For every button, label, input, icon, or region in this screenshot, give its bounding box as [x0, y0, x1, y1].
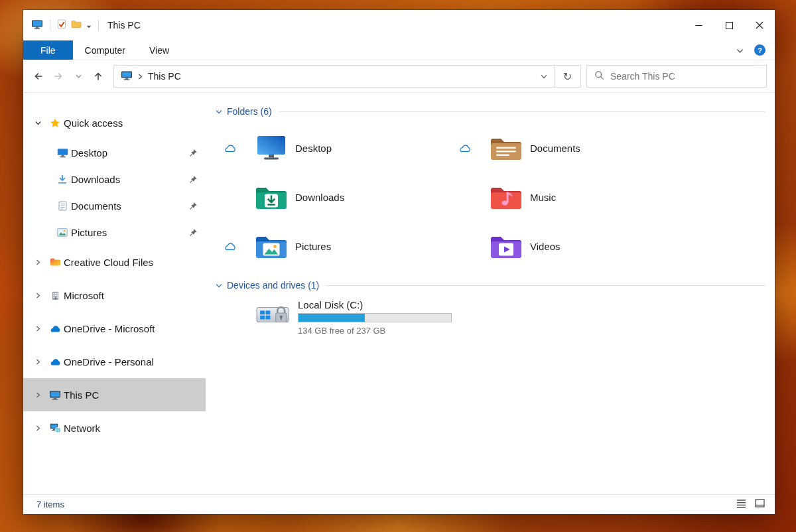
- download-icon: [56, 174, 68, 184]
- disk-usage-bar: [298, 313, 452, 322]
- minimize-button[interactable]: [683, 10, 714, 40]
- chevron-right-icon[interactable]: [35, 259, 41, 265]
- new-folder-icon[interactable]: [71, 19, 82, 31]
- videos-folder-icon: [489, 232, 523, 261]
- onedrive-status-cloud-icon: [458, 144, 471, 153]
- sidebar-item-microsoft[interactable]: Microsoft: [23, 279, 206, 312]
- recent-locations-chevron-icon[interactable]: [68, 66, 88, 86]
- sidebar-item-pictures[interactable]: Pictures: [23, 219, 206, 245]
- status-bar: 7 items: [23, 494, 775, 514]
- details-view-icon[interactable]: [736, 499, 747, 510]
- desktop-icon: [56, 148, 68, 158]
- tab-computer[interactable]: Computer: [73, 40, 137, 60]
- sidebar-item-documents[interactable]: Documents: [23, 192, 206, 219]
- folder-name: Pictures: [295, 241, 331, 252]
- group-header-devices[interactable]: Devices and drives (1): [216, 277, 765, 293]
- search-box[interactable]: [586, 65, 767, 88]
- picture-icon: [56, 228, 68, 237]
- maximize-button[interactable]: [714, 10, 744, 40]
- toolbar-separator: [98, 20, 99, 31]
- this-pc-icon: [121, 70, 133, 82]
- chevron-right-icon[interactable]: [35, 425, 41, 431]
- pictures-folder-icon: [254, 232, 289, 261]
- folder-name: Documents: [530, 143, 580, 154]
- chevron-down-icon[interactable]: [35, 120, 41, 126]
- folder-name: Videos: [530, 241, 561, 252]
- tab-view[interactable]: View: [137, 40, 181, 60]
- sidebar-item-label: Microsoft: [64, 290, 104, 301]
- back-button[interactable]: [29, 66, 48, 86]
- onedrive-status-cloud-icon: [224, 242, 236, 251]
- window-title: This PC: [107, 20, 141, 31]
- title-bar: This PC: [23, 10, 775, 40]
- sidebar-item-label: Documents: [71, 200, 121, 212]
- file-explorer-window: This PC File Computer View ?: [23, 10, 775, 514]
- search-input[interactable]: [610, 71, 759, 82]
- local-disk-icon: [254, 299, 291, 329]
- properties-icon[interactable]: [57, 19, 66, 32]
- sidebar-item-quick-access[interactable]: Quick access: [23, 106, 206, 139]
- breadcrumb-location[interactable]: This PC: [148, 71, 181, 82]
- chevron-right-icon[interactable]: [35, 326, 41, 332]
- chevron-right-icon[interactable]: [35, 293, 41, 299]
- forward-button[interactable]: [48, 66, 68, 86]
- onedrive-status-cloud-icon: [224, 144, 236, 153]
- computer-icon: [49, 390, 61, 400]
- pin-icon: [189, 202, 198, 210]
- sidebar-item-network[interactable]: Network: [23, 411, 206, 444]
- documents-folder-icon: [489, 133, 523, 163]
- building-icon: [49, 291, 61, 300]
- drive-name: Local Disk (C:): [298, 299, 452, 310]
- pin-icon: [189, 149, 198, 157]
- folder-name: Desktop: [295, 143, 332, 154]
- folder-tile-pictures[interactable]: Pictures: [216, 222, 450, 271]
- sidebar-item-onedrive-personal[interactable]: OneDrive - Personal: [23, 345, 206, 378]
- network-icon: [49, 423, 61, 433]
- chevron-down-icon[interactable]: [216, 109, 222, 115]
- close-button[interactable]: [744, 10, 775, 40]
- chevron-right-icon[interactable]: [35, 392, 41, 398]
- folder-tiles: Desktop Documents Downloads: [216, 123, 765, 271]
- breadcrumb[interactable]: This PC: [114, 66, 534, 87]
- group-label: Folders (6): [227, 106, 272, 117]
- chevron-right-icon[interactable]: [35, 359, 41, 365]
- group-header-folders[interactable]: Folders (6): [216, 103, 765, 119]
- address-bar[interactable]: This PC ↻: [113, 65, 581, 88]
- pin-icon: [189, 175, 198, 184]
- this-pc-icon: [31, 19, 43, 32]
- address-dropdown-chevron-icon[interactable]: [534, 66, 554, 87]
- pin-icon: [189, 228, 198, 237]
- items-count: 7 items: [36, 499, 64, 509]
- creative-cloud-icon: [49, 257, 61, 267]
- folder-tile-documents[interactable]: Documents: [450, 123, 685, 172]
- folder-tile-desktop[interactable]: Desktop: [216, 123, 450, 172]
- expand-ribbon-chevron-icon[interactable]: [736, 44, 744, 56]
- sidebar-item-downloads[interactable]: Downloads: [23, 166, 206, 192]
- folder-tile-downloads[interactable]: Downloads: [216, 172, 450, 222]
- sidebar-item-label: Desktop: [71, 147, 107, 159]
- sidebar-item-onedrive-microsoft[interactable]: OneDrive - Microsoft: [23, 312, 206, 345]
- help-icon[interactable]: ?: [754, 44, 765, 56]
- document-icon: [56, 201, 68, 211]
- up-button[interactable]: [88, 66, 108, 86]
- sidebar-item-label: OneDrive - Microsoft: [64, 323, 155, 334]
- folder-name: Music: [530, 192, 556, 203]
- sidebar-item-desktop[interactable]: Desktop: [23, 139, 206, 166]
- sidebar-item-label: Network: [64, 423, 100, 434]
- sidebar-item-this-pc[interactable]: This PC: [23, 378, 206, 411]
- sidebar-item-label: Downloads: [71, 174, 120, 185]
- customize-toolbar-chevron-icon[interactable]: [86, 19, 92, 31]
- large-icons-view-icon[interactable]: [755, 499, 765, 510]
- folder-tile-music[interactable]: Music: [450, 172, 685, 222]
- breadcrumb-chevron-icon[interactable]: [138, 71, 143, 82]
- search-icon: [594, 70, 604, 83]
- sidebar-item-creative-cloud-files[interactable]: Creative Cloud Files: [23, 245, 206, 279]
- drive-tile-local-disk[interactable]: Local Disk (C:) 134 GB free of 237 GB: [216, 299, 765, 336]
- refresh-button[interactable]: ↻: [554, 66, 580, 87]
- tab-file[interactable]: File: [23, 40, 73, 60]
- chevron-down-icon[interactable]: [216, 283, 222, 289]
- sidebar-item-label: Creative Cloud Files: [64, 257, 153, 268]
- group-divider-line: [279, 111, 765, 112]
- folder-tile-videos[interactable]: Videos: [450, 222, 685, 271]
- music-folder-icon: [489, 182, 523, 212]
